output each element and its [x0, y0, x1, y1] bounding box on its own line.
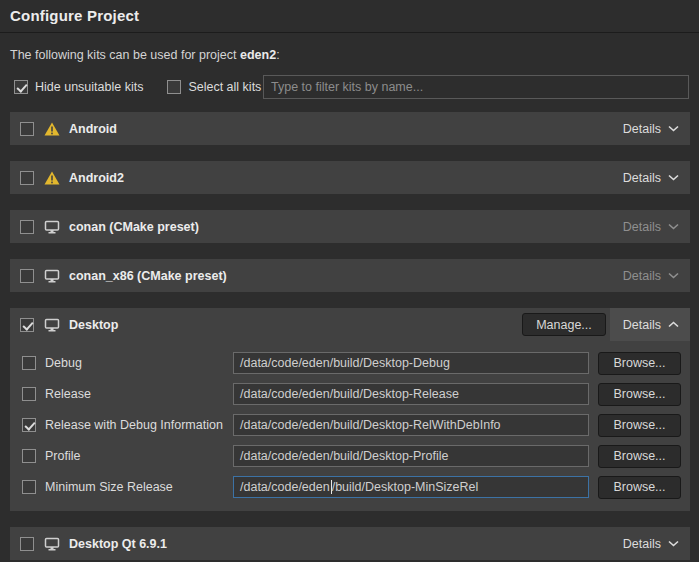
details-label: Details [623, 537, 661, 551]
hide-unsuitable-checkbox[interactable] [14, 80, 28, 94]
kit-row-android2: Android2 Details [10, 161, 690, 194]
dialog-header: Configure Project [0, 0, 699, 33]
browse-button-release[interactable]: Browse... [598, 383, 681, 406]
kit-checkbox-conan-x86[interactable] [20, 269, 34, 283]
build-dir-path: /data/code/eden/build/Desktop-Profile [240, 449, 448, 463]
browse-button-profile[interactable]: Browse... [598, 445, 681, 468]
config-label: Debug [45, 356, 82, 370]
config-row-profile: Profile /data/code/eden/build/Desktop-Pr… [22, 445, 681, 467]
build-dir-input-minsizerel[interactable]: /data/code/eden/build/Desktop-MinSizeRel [233, 476, 589, 498]
build-dir-path: /data/code/eden/build/Desktop-Debug [240, 356, 450, 370]
details-button-android[interactable]: Details [610, 112, 690, 145]
build-dir-input-release[interactable]: /data/code/eden/build/Desktop-Release [233, 383, 589, 405]
details-button-conan-x86: Details [610, 259, 690, 292]
desktop-icon [43, 220, 60, 234]
chevron-down-icon [668, 125, 679, 132]
kit-filter-input[interactable] [263, 75, 689, 99]
build-dir-input-profile[interactable]: /data/code/eden/build/Desktop-Profile [233, 445, 589, 467]
intro-suffix: : [276, 48, 279, 62]
kit-checkbox-desktop[interactable] [20, 318, 34, 332]
kit-checkbox-android2[interactable] [20, 171, 34, 185]
details-label: Details [623, 220, 661, 234]
browse-button-debug[interactable]: Browse... [598, 352, 681, 375]
build-dir-path: /data/code/eden/build/Desktop-Release [240, 387, 459, 401]
build-dir-input-debug[interactable]: /data/code/eden/build/Desktop-Debug [233, 352, 589, 374]
details-label: Details [623, 171, 661, 185]
kit-row-conan-x86: conan_x86 (CMake preset) Details [10, 259, 690, 292]
config-row-relwithdebinfo: Release with Debug Information /data/cod… [22, 414, 681, 436]
chevron-down-icon [668, 223, 679, 230]
intro-prefix: The following kits can be used for proje… [10, 48, 240, 62]
config-checkbox-release[interactable] [22, 387, 36, 401]
chevron-down-icon [668, 272, 679, 279]
config-label: Release [45, 387, 91, 401]
kit-checkbox-android[interactable] [20, 122, 34, 136]
desktop-icon [43, 537, 60, 551]
browse-button-relwithdebinfo[interactable]: Browse... [598, 414, 681, 437]
chevron-down-icon [668, 174, 679, 181]
warning-icon [43, 171, 60, 185]
details-label: Details [623, 122, 661, 136]
hide-unsuitable-label[interactable]: Hide unsuitable kits [35, 80, 143, 94]
build-dir-path: /data/code/eden/build/Desktop-RelWithDeb… [240, 418, 501, 432]
project-name: eden2 [240, 48, 276, 62]
config-row-debug: Debug /data/code/eden/build/Desktop-Debu… [22, 352, 681, 374]
kit-row-android: Android Details [10, 112, 690, 145]
build-config-list: Debug /data/code/eden/build/Desktop-Debu… [10, 341, 690, 511]
warning-icon [43, 122, 60, 136]
kit-list: Android Details Android2 [10, 112, 690, 560]
build-dir-path: /data/code/eden [240, 480, 330, 494]
details-button-conan: Details [610, 210, 690, 243]
details-button-android2[interactable]: Details [610, 161, 690, 194]
config-checkbox-relwithdebinfo[interactable] [22, 418, 36, 432]
kit-row-desktop-qt: Desktop Qt 6.9.1 Details [10, 527, 690, 560]
details-button-desktop[interactable]: Details [610, 308, 690, 341]
config-checkbox-minsizerel[interactable] [22, 480, 36, 494]
kit-name: conan_x86 (CMake preset) [69, 269, 227, 283]
config-row-minsizerel: Minimum Size Release /data/code/eden/bui… [22, 476, 681, 498]
select-all-checkbox[interactable] [167, 80, 181, 94]
kit-name: Android2 [69, 171, 124, 185]
manage-button[interactable]: Manage... [522, 313, 606, 336]
config-label: Profile [45, 449, 80, 463]
config-label: Release with Debug Information [45, 418, 223, 432]
desktop-icon [43, 269, 60, 283]
build-dir-path: /build/Desktop-MinSizeRel [332, 480, 479, 494]
config-checkbox-profile[interactable] [22, 449, 36, 463]
kit-checkbox-desktop-qt[interactable] [20, 537, 34, 551]
chevron-up-icon [668, 321, 679, 328]
config-checkbox-debug[interactable] [22, 356, 36, 370]
desktop-icon [43, 318, 60, 332]
page-title: Configure Project [10, 7, 689, 24]
kit-name: Desktop [69, 318, 118, 332]
config-label: Minimum Size Release [45, 480, 173, 494]
details-label: Details [623, 318, 661, 332]
config-row-release: Release /data/code/eden/build/Desktop-Re… [22, 383, 681, 405]
details-button-desktop-qt[interactable]: Details [610, 527, 690, 560]
chevron-down-icon [668, 540, 679, 547]
kit-checkbox-conan[interactable] [20, 220, 34, 234]
kit-name: conan (CMake preset) [69, 220, 199, 234]
kit-name: Android [69, 122, 117, 136]
kit-name: Desktop Qt 6.9.1 [69, 537, 167, 551]
select-all-label[interactable]: Select all kits [188, 80, 261, 94]
intro-text: The following kits can be used for proje… [10, 48, 689, 62]
browse-button-minsizerel[interactable]: Browse... [598, 476, 681, 499]
kit-panel-desktop: Desktop Manage... Details Debug /data/co… [10, 308, 690, 511]
build-dir-input-relwithdebinfo[interactable]: /data/code/eden/build/Desktop-RelWithDeb… [233, 414, 589, 436]
filter-row: Hide unsuitable kits Select all kits [14, 75, 689, 99]
details-label: Details [623, 269, 661, 283]
kit-row-conan: conan (CMake preset) Details [10, 210, 690, 243]
